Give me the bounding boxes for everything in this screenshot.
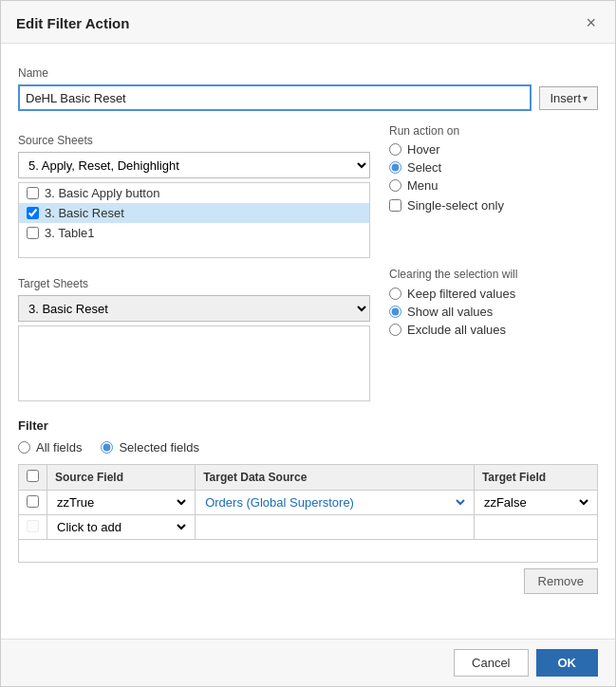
sheet-label-basic-reset: 3. Basic Reset (45, 206, 124, 220)
target-and-clearing-section: Target Sheets 3. Basic Reset Clearing th… (18, 268, 598, 401)
radio-select[interactable] (389, 161, 401, 174)
keep-label: Keep filtered values (407, 287, 515, 301)
exclude-label: Exclude all values (407, 323, 506, 337)
target-sheet-list (18, 325, 370, 401)
sheet-label-table1: 3. Table1 (45, 226, 95, 240)
run-action-hover: Hover (389, 142, 598, 157)
radio-all-fields[interactable] (18, 441, 30, 454)
dialog-title: Edit Filter Action (16, 15, 129, 31)
run-action-select: Select (389, 160, 598, 175)
empty-row (19, 540, 598, 563)
table-row: zzTrue Orders (Global Superstore) zzFals… (19, 491, 598, 515)
radio-menu[interactable] (389, 179, 401, 192)
radio-keep[interactable] (389, 288, 401, 300)
remove-button[interactable]: Remove (524, 568, 598, 594)
target-sheets-dropdown[interactable]: 3. Basic Reset (18, 295, 370, 322)
name-section: Name Insert ▾ (18, 57, 598, 124)
selected-fields-label: Selected fields (119, 440, 199, 455)
select-all-checkbox[interactable] (27, 470, 39, 482)
menu-label: Menu (407, 178, 439, 193)
row-checkbox[interactable] (27, 495, 39, 508)
target-sheets-section: Target Sheets 3. Basic Reset (18, 268, 370, 401)
add-row-checkbox (27, 520, 39, 532)
target-sheets-label: Target Sheets (18, 277, 370, 290)
col-header-source-field: Source Field (47, 465, 196, 491)
filter-section: Filter All fields Selected fields (18, 418, 598, 596)
insert-label: Insert (550, 91, 581, 105)
sheet-checkbox-table1[interactable] (27, 227, 39, 239)
source-sheet-list: 3. Basic Apply button 3. Basic Reset 3. … (18, 182, 370, 258)
source-and-run-section: Source Sheets 5. Apply, Reset, Dehighlig… (18, 124, 598, 258)
source-sheets-label: Source Sheets (18, 134, 370, 147)
all-fields-label: All fields (36, 440, 82, 455)
select-label: Select (407, 160, 441, 175)
sheet-item-apply-button: 3. Basic Apply button (19, 183, 369, 203)
clearing-keep: Keep filtered values (389, 287, 598, 301)
name-input[interactable] (18, 84, 532, 111)
source-sheets-dropdown[interactable]: 5. Apply, Reset, Dehighlight (18, 152, 370, 178)
source-field-cell: zzTrue (47, 491, 196, 515)
add-row-datasource (196, 515, 475, 540)
sheet-label-apply-button: 3. Basic Apply button (45, 186, 159, 200)
run-action-menu: Menu (389, 178, 598, 193)
filter-label: Filter (18, 418, 598, 433)
radio-exclude[interactable] (389, 324, 401, 336)
sheet-checkbox-basic-reset[interactable] (27, 207, 39, 219)
source-field-dropdown[interactable]: zzTrue (53, 494, 189, 511)
single-select-row: Single-select only (389, 198, 598, 213)
clearing-section: Clearing the selection will Keep filtere… (389, 268, 598, 401)
insert-chevron-icon: ▾ (583, 93, 588, 103)
dialog-body: Name Insert ▾ Source Sheets 5. Apply, Re… (1, 44, 615, 639)
sheet-item-basic-reset: 3. Basic Reset (19, 203, 369, 223)
target-field-cell: zzFalse (474, 491, 597, 515)
ok-button[interactable]: OK (536, 649, 599, 677)
clearing-radio-group: Keep filtered values Show all values Exc… (389, 287, 598, 337)
run-action-radio-group: Hover Select Menu (389, 142, 598, 193)
source-sheets-section: Source Sheets 5. Apply, Reset, Dehighlig… (18, 124, 370, 258)
fields-table: Source Field Target Data Source Target F… (18, 464, 598, 563)
row-checkbox-cell (19, 491, 47, 515)
name-label: Name (18, 66, 598, 80)
run-action-section: Run action on Hover Select Menu (389, 124, 598, 258)
clearing-exclude: Exclude all values (389, 323, 598, 337)
filter-mode-row: All fields Selected fields (18, 440, 598, 455)
clearing-label: Clearing the selection will (389, 268, 598, 281)
clearing-show-all: Show all values (389, 305, 598, 319)
dialog-header: Edit Filter Action × (1, 1, 615, 44)
insert-button[interactable]: Insert ▾ (539, 86, 598, 110)
datasource-dropdown[interactable]: Orders (Global Superstore) (201, 494, 468, 511)
dialog-footer: Cancel OK (1, 639, 615, 686)
radio-hover[interactable] (389, 143, 401, 156)
add-row-checkbox-cell (19, 515, 47, 540)
empty-row-cell (19, 540, 598, 563)
edit-filter-action-dialog: Edit Filter Action × Name Insert ▾ Sourc… (0, 0, 616, 687)
single-select-checkbox[interactable] (389, 199, 401, 212)
col-header-target-field: Target Field (474, 465, 597, 491)
single-select-label: Single-select only (407, 198, 504, 213)
radio-selected-fields[interactable] (101, 441, 113, 454)
add-row: Click to add (19, 515, 598, 540)
filter-all-fields: All fields (18, 440, 82, 455)
name-row: Insert ▾ (18, 84, 598, 111)
remove-btn-area: Remove (18, 563, 598, 596)
hover-label: Hover (407, 142, 440, 157)
show-all-label: Show all values (407, 305, 493, 319)
col-header-data-source: Target Data Source (196, 465, 475, 491)
add-row-target-field (474, 515, 597, 540)
target-field-dropdown[interactable]: zzFalse (480, 494, 591, 511)
col-header-checkbox (19, 465, 47, 491)
radio-show-all[interactable] (389, 306, 401, 318)
sheet-item-table1: 3. Table1 (19, 223, 369, 243)
footer-actions: Cancel OK (454, 649, 598, 677)
datasource-cell: Orders (Global Superstore) (196, 491, 475, 515)
click-to-add-dropdown[interactable]: Click to add (53, 519, 189, 535)
filter-selected-fields: Selected fields (101, 440, 199, 455)
run-action-label: Run action on (389, 124, 598, 138)
sheet-checkbox-apply-button[interactable] (27, 187, 39, 199)
close-button[interactable]: × (582, 12, 600, 33)
add-row-source-field[interactable]: Click to add (47, 515, 196, 540)
cancel-button[interactable]: Cancel (454, 649, 528, 677)
